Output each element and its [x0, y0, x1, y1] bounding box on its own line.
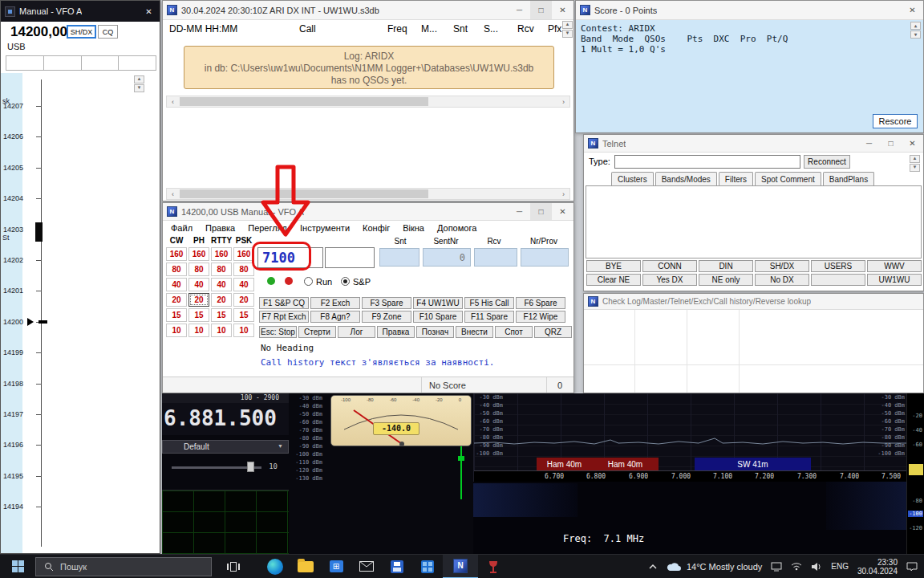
vfo-memory-cell[interactable]: [6, 55, 44, 71]
rcv-field[interactable]: [474, 248, 517, 267]
minimize-icon[interactable]: ─: [509, 203, 530, 220]
sp-radio[interactable]: [341, 277, 350, 286]
vfo-title-bar[interactable]: Manual - VFO A ✕: [1, 1, 160, 22]
band-button[interactable]: 160: [166, 247, 187, 261]
qrz-button[interactable]: QRZ: [534, 326, 572, 338]
scrollbar-thumb[interactable]: [180, 97, 428, 106]
wipe-button[interactable]: Стерти: [298, 326, 336, 338]
band-button[interactable]: 160: [188, 247, 209, 261]
close-icon[interactable]: ✕: [902, 1, 923, 19]
band-button[interactable]: 40: [211, 278, 232, 291]
log-column[interactable]: DD-MM HH:MM: [169, 23, 237, 35]
band-button[interactable]: 20: [211, 293, 232, 307]
band-button[interactable]: 15: [233, 308, 254, 322]
f3-button[interactable]: F3 Spare: [362, 297, 411, 309]
shdx-button[interactable]: SH/DX: [67, 25, 96, 39]
start-button[interactable]: [0, 555, 35, 578]
store-button[interactable]: Внести: [456, 326, 493, 338]
spectrum-display[interactable]: -30 dBm-40 dBm-50 dBm-60 dBm-70 dBm-80 d…: [473, 393, 906, 482]
telnet-font-spinner[interactable]: ▲▼: [910, 155, 920, 172]
mycall-button[interactable]: UW1WU: [867, 274, 922, 286]
menu-view[interactable]: Перегляд: [248, 223, 287, 233]
telnet-output[interactable]: [586, 185, 922, 258]
exchange-input[interactable]: [325, 247, 375, 268]
mark-button[interactable]: Познач: [416, 326, 454, 338]
rescore-button[interactable]: Rescore: [873, 114, 918, 128]
band-button[interactable]: 80: [188, 263, 209, 276]
band-button[interactable]: 10: [166, 324, 187, 337]
callsign-input[interactable]: 7100: [257, 247, 323, 268]
taskbar-item-blue-app[interactable]: [412, 555, 443, 578]
log-column[interactable]: M...: [421, 23, 437, 35]
band-button-selected[interactable]: 20: [188, 293, 209, 307]
monitor-icon[interactable]: [771, 562, 782, 572]
cq-button[interactable]: CQ: [98, 25, 118, 39]
band-button[interactable]: 20: [233, 293, 254, 307]
close-icon[interactable]: ✕: [902, 135, 923, 152]
log-column[interactable]: Pfx: [548, 23, 561, 35]
scale-handle-lower[interactable]: -100: [908, 511, 923, 517]
taskbar-item-save-app[interactable]: [382, 555, 412, 578]
band-button[interactable]: 10: [188, 324, 209, 337]
close-icon[interactable]: ✕: [552, 203, 573, 220]
speaker-icon[interactable]: [811, 562, 822, 572]
profile-dropdown[interactable]: Default ▼: [162, 440, 289, 454]
log-font-spinner[interactable]: ▲▼: [562, 21, 573, 38]
hidden-icons-chevron-icon[interactable]: [649, 564, 657, 570]
scroll-right-icon[interactable]: ›: [557, 98, 569, 106]
scroll-left-icon[interactable]: ‹: [167, 98, 179, 106]
nrprov-field[interactable]: [521, 248, 569, 267]
menu-file[interactable]: Файл: [171, 223, 192, 233]
shdx-button[interactable]: SH/DX: [755, 260, 809, 272]
wwv-button[interactable]: WWV: [867, 260, 922, 272]
yes-dx-button[interactable]: Yes DX: [642, 274, 697, 286]
band-button[interactable]: 20: [166, 293, 187, 307]
log-scrollbar-bottom[interactable]: ‹ ›: [166, 188, 570, 200]
log-column[interactable]: Rcv: [517, 23, 534, 35]
taskbar-item-wine[interactable]: [478, 555, 509, 578]
log-button[interactable]: Лог: [338, 326, 375, 338]
log-column[interactable]: Snt: [453, 23, 468, 35]
log-column[interactable]: S...: [484, 23, 498, 35]
check-title-bar[interactable]: N Check Log/Master/Telnet/Exch/Call hist…: [584, 294, 923, 310]
f8-button[interactable]: F8 Agn?: [310, 311, 360, 323]
maximize-icon[interactable]: □: [530, 1, 552, 19]
band-button[interactable]: 160: [233, 247, 254, 261]
f7-button[interactable]: F7 Rpt Exch: [259, 311, 309, 323]
band-button[interactable]: 40: [166, 278, 187, 291]
volume-slider[interactable]: 10: [162, 461, 289, 474]
f12-button[interactable]: F12 Wipe: [516, 311, 565, 323]
band-map[interactable]: ▲▼ 14207 14206 14205 14204 14203 14202 1…: [1, 73, 160, 553]
close-icon[interactable]: ✕: [552, 1, 573, 19]
band-button[interactable]: 80: [233, 263, 254, 276]
vfo-memory-cell[interactable]: [82, 55, 120, 71]
log-scrollbar-top[interactable]: ‹ ›: [166, 96, 570, 108]
band-button[interactable]: 160: [211, 247, 232, 261]
telnet-title-bar[interactable]: N Telnet ─ □ ✕: [584, 135, 923, 153]
no-dx-button[interactable]: No DX: [755, 274, 809, 286]
clock[interactable]: 23:30 30.04.2024: [857, 558, 898, 576]
run-radio-label[interactable]: Run: [316, 277, 332, 287]
tab-bandplans[interactable]: BandPlans: [823, 172, 874, 185]
clear-ne-button[interactable]: Clear NE: [586, 274, 641, 286]
edit-button[interactable]: Правка: [377, 326, 415, 338]
taskbar-item-n1mm-active[interactable]: N: [443, 555, 478, 578]
menu-edit[interactable]: Правка: [205, 223, 235, 233]
f10-button[interactable]: F10 Spare: [413, 311, 463, 323]
maximize-icon[interactable]: □: [530, 203, 552, 220]
f4-button[interactable]: F4 UW1WU: [413, 297, 463, 309]
tab-bands-modes[interactable]: Bands/Modes: [655, 172, 717, 185]
spot-button[interactable]: Спот: [495, 326, 533, 338]
f5-button[interactable]: F5 His Call: [464, 297, 514, 309]
band-button[interactable]: 15: [166, 308, 187, 322]
menu-window[interactable]: Вікна: [403, 223, 424, 233]
menu-help[interactable]: Допомога: [437, 223, 476, 233]
no-vhf-button[interactable]: [811, 274, 865, 286]
sp-radio-label[interactable]: S&P: [353, 277, 371, 287]
notification-center-icon[interactable]: [906, 562, 918, 572]
conn-button[interactable]: CONN: [642, 260, 697, 272]
band-button[interactable]: 80: [211, 263, 232, 276]
din-button[interactable]: DIN: [699, 260, 753, 272]
bandmap-spinner[interactable]: ▲▼: [134, 75, 144, 92]
entry-title-bar[interactable]: N 14200,00 USB Manual - VFO A ─ □ ✕: [163, 203, 573, 221]
